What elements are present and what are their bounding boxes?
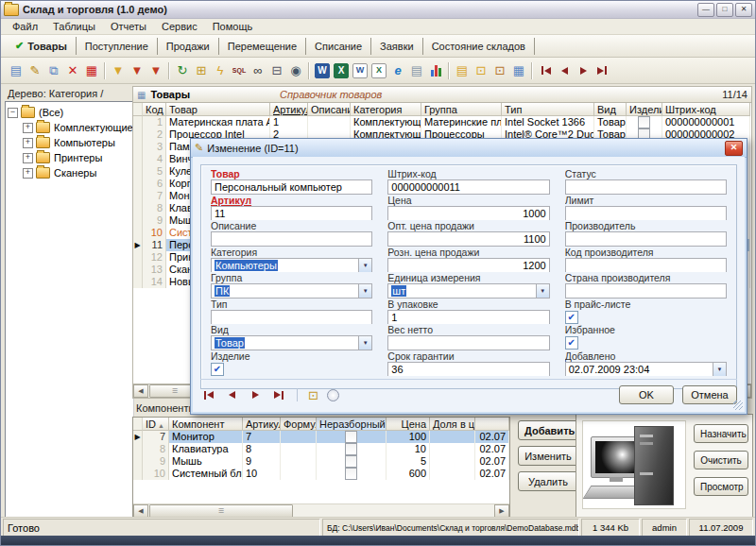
tree-item-0[interactable]: +Комплектующие [8,120,131,135]
menu-item-2[interactable]: Отчеты [103,20,154,33]
expand-icon[interactable]: + [23,168,33,179]
report-excel-icon[interactable]: X [369,61,388,80]
field-gruppa[interactable]: ПК▼ [211,283,372,299]
field-kategoriya[interactable]: Компьютеры▼ [211,258,372,273]
menu-item-4[interactable]: Помощь [205,20,261,33]
tab-0[interactable]: ✔Товары [7,37,77,55]
nav-next-icon[interactable] [574,61,593,80]
tab-3[interactable]: Перемещение [219,38,306,55]
checkbox-unchecked[interactable] [345,431,357,443]
field-shtrih-kod[interactable]: 000000000011 [387,179,549,195]
field-izbrannoe[interactable]: ✔ [565,336,578,350]
cancel-button[interactable]: Отмена [682,385,737,404]
print-icon[interactable]: ⊟ [267,61,286,80]
nav-last-icon[interactable] [593,61,611,80]
title-bar[interactable]: Склад и торговля (1.0 демо) —□✕ [1,1,755,19]
goods-col-header[interactable]: Штрих-код [662,103,750,116]
expand-icon[interactable]: + [23,123,33,133]
filter-clear-icon[interactable]: ▼ [146,61,165,80]
export-text-icon[interactable]: ▤ [407,61,426,80]
components-col-header[interactable]: ID▲ [143,418,169,431]
delete-record-icon[interactable]: ✕ [63,61,82,80]
goods-col-header[interactable]: Товар [166,103,270,116]
goods-col-header[interactable]: Категория [351,103,421,116]
tree-view-icon[interactable]: ⊞ [192,61,211,80]
tab-5[interactable]: Заявки [371,38,423,55]
clock-icon[interactable] [327,389,339,401]
nav-first-icon[interactable] [200,388,215,402]
collapse-icon[interactable]: − [8,108,18,118]
nav-first-icon[interactable] [536,61,555,80]
components-col-header[interactable]: Цена [387,418,430,431]
report-word-icon[interactable]: W [351,61,369,80]
tree-item-2[interactable]: +Принтеры [8,150,131,165]
dropdown-icon[interactable]: ▼ [713,363,726,376]
refresh-icon[interactable]: ↻ [173,61,192,80]
tree-root[interactable]: −(Все) [8,105,131,120]
delete-component-button[interactable]: Удалить [518,471,578,491]
components-row[interactable]: 9Мышь9502.07 [133,455,509,468]
field-v-upakovke[interactable]: 1 [387,310,549,325]
preview-icon[interactable]: ◉ [286,61,305,80]
minimize-button[interactable]: — [697,3,714,17]
scroll-thumb[interactable] [149,504,293,518]
nav-prev-icon[interactable] [555,61,574,80]
goods-col-header[interactable]: Тип [502,103,594,116]
edit-component-button[interactable]: Изменить [518,446,578,466]
field-ves-netto[interactable] [387,335,549,350]
close-button[interactable]: ✕ [735,3,752,17]
checkbox-unchecked[interactable] [345,443,357,455]
components-hscrollbar[interactable]: ◀▶ [133,503,509,518]
checkbox-unchecked[interactable] [345,455,357,468]
goods-col-header[interactable]: Вид [594,103,627,116]
components-col-header[interactable]: Формула [281,418,317,431]
dialog-title-bar[interactable]: ✎ Изменение (ID=11) ✕ [191,139,747,158]
scroll-left-icon[interactable]: ◀ [133,384,148,398]
add-component-button[interactable]: Добавить [518,420,578,440]
tab-6[interactable]: Состояние складов [423,38,535,55]
resize-grip[interactable] [733,401,743,410]
field-artikul[interactable]: 11 [211,206,372,221]
field-tip[interactable] [211,310,372,325]
components-row[interactable]: 8Клавиатура81002.07 [133,443,509,455]
field-dobavleno[interactable]: 02.07.2009 23:04▼ [565,362,727,377]
field-edinica[interactable]: шт▼ [387,283,549,299]
tree-item-3[interactable]: +Сканеры [8,165,131,180]
field-proizvoditel[interactable] [565,231,727,247]
components-col-header[interactable]: Неразборный [317,418,387,431]
new-form-icon[interactable]: ▤ [453,61,472,80]
checkbox-unchecked[interactable] [638,116,650,128]
nav-last-icon[interactable] [271,388,286,402]
copy-record-icon[interactable]: ⧉ [44,61,63,80]
components-col-header[interactable] [475,418,509,431]
ok-button[interactable]: OK [619,385,674,404]
form-properties-icon[interactable]: ⊡ [308,388,318,402]
scroll-right-icon[interactable]: ▶ [494,504,509,518]
tab-4[interactable]: Списание [306,38,371,55]
scroll-left-icon[interactable]: ◀ [133,504,148,518]
menu-item-3[interactable]: Сервис [154,20,205,33]
dropdown-icon[interactable]: ▼ [358,336,371,350]
field-limit[interactable] [565,206,727,221]
view-image-button[interactable]: Просмотр [694,477,748,496]
field-strana[interactable] [565,283,727,299]
tab-2[interactable]: Продажи [158,38,219,55]
expand-icon[interactable]: + [23,153,33,163]
tab-1[interactable]: Поступление [77,38,158,55]
menu-item-0[interactable]: Файл [5,20,45,33]
field-cena[interactable]: 1000 [387,206,549,221]
delete-table-icon[interactable]: ▦ [82,61,101,80]
dropdown-icon[interactable]: ▼ [358,284,371,298]
restore-button[interactable]: □ [716,3,733,17]
goods-col-header[interactable]: Код▲ [143,103,166,116]
export-html-icon[interactable]: e [388,61,407,80]
filter-remove-icon[interactable]: ▼ [128,61,146,80]
dropdown-icon[interactable]: ▼ [536,284,549,298]
dropdown-icon[interactable]: ▼ [358,259,371,272]
goods-col-header[interactable]: Артикул [270,103,308,116]
field-v-prays-liste[interactable]: ✔ [565,311,578,324]
checkbox-unchecked[interactable] [345,468,357,480]
nav-prev-icon[interactable] [224,388,239,402]
search-icon[interactable]: ∞ [249,61,267,80]
field-opt-cena[interactable]: 1100 [387,231,549,247]
